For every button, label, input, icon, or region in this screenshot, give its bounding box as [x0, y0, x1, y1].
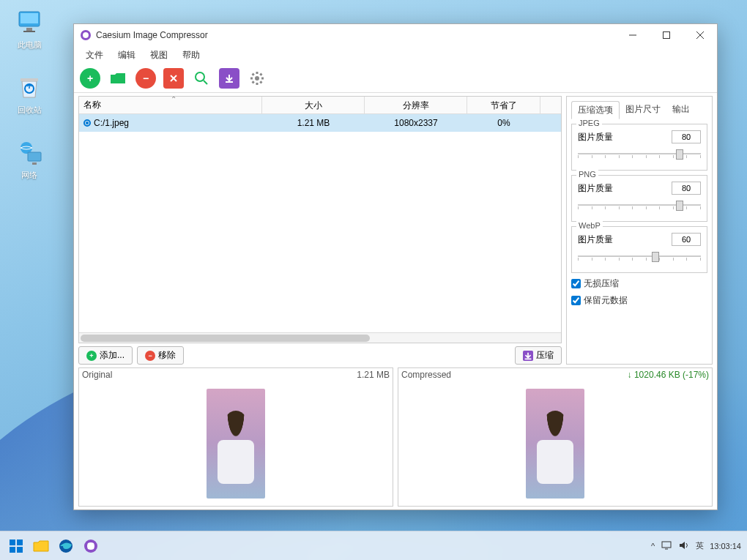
col-name[interactable]: 名称 — [79, 97, 262, 113]
desktop-icon-network[interactable]: 网络 — [7, 138, 51, 181]
compress-toolbar-button[interactable] — [219, 68, 239, 89]
col-size[interactable]: 大小 — [262, 97, 365, 113]
svg-line-29 — [260, 73, 261, 75]
jpeg-quality-label: 图片质量 — [578, 131, 613, 143]
webp-quality-input[interactable] — [672, 233, 701, 246]
start-button[interactable] — [6, 536, 26, 556]
desktop-icon-recycle-bin[interactable]: 回收站 — [7, 72, 51, 116]
plus-icon: + — [86, 351, 97, 361]
titlebar[interactable]: Caesium Image Compressor — [74, 24, 717, 46]
monitor-icon — [15, 7, 44, 37]
cell-resolution: 1080x2337 — [365, 116, 467, 130]
compressed-image[interactable] — [398, 381, 712, 506]
network-tray-icon[interactable] — [661, 540, 672, 552]
minimize-button[interactable] — [616, 24, 650, 46]
metadata-checkbox[interactable]: 保留元数据 — [571, 294, 707, 307]
caesium-taskbar-icon[interactable] — [81, 536, 101, 556]
svg-line-27 — [260, 81, 261, 83]
cell-name: C:/1.jpeg — [94, 118, 129, 128]
compress-icon — [523, 351, 533, 361]
tab-output[interactable]: 输出 — [666, 101, 696, 119]
compress-button[interactable]: 压缩 — [515, 346, 562, 365]
ime-indicator[interactable]: 英 — [696, 540, 704, 551]
jpeg-group: JPEG 图片质量 — [571, 124, 707, 171]
svg-line-18 — [204, 81, 207, 84]
tab-image-size[interactable]: 图片尺寸 — [620, 101, 666, 119]
svg-line-28 — [253, 81, 254, 83]
content-area: 名称 大小 分辨率 节省了 C:/1.jpeg 1.21 MB 1080x233… — [74, 93, 717, 509]
menu-edit[interactable]: 编辑 — [112, 48, 141, 63]
original-size: 1.21 MB — [357, 370, 390, 380]
table-row[interactable]: C:/1.jpeg 1.21 MB 1080x2337 0% — [79, 114, 561, 132]
col-saved[interactable]: 节省了 — [467, 97, 540, 113]
menu-view[interactable]: 视图 — [144, 48, 174, 63]
toolbar: + − — [74, 64, 717, 93]
tray-chevron[interactable]: ^ — [651, 542, 655, 550]
add-folder-button[interactable] — [108, 68, 128, 89]
webp-legend: WebP — [576, 221, 603, 230]
png-quality-label: 图片质量 — [578, 182, 613, 195]
preview-row: Original 1.21 MB Compressed ↓ 1020.46 KB… — [78, 367, 713, 507]
png-quality-input[interactable] — [672, 182, 701, 195]
cell-size: 1.21 MB — [262, 116, 365, 130]
radio-icon — [83, 119, 91, 127]
svg-rect-34 — [10, 547, 15, 553]
lossless-checkbox[interactable]: 无损压缩 — [571, 277, 707, 290]
svg-rect-11 — [664, 32, 670, 39]
svg-rect-7 — [28, 152, 41, 161]
svg-line-26 — [253, 73, 254, 75]
svg-point-21 — [255, 76, 259, 81]
desktop-icon-this-pc[interactable]: 此电脑 — [7, 7, 51, 51]
volume-tray-icon[interactable] — [678, 540, 690, 552]
remove-button-bottom[interactable]: −移除 — [137, 346, 184, 365]
image-thumbnail — [526, 389, 584, 499]
svg-rect-33 — [17, 540, 23, 545]
desktop-icons: 此电脑 回收站 网络 — [7, 7, 51, 181]
png-group: PNG 图片质量 — [571, 175, 707, 222]
clock[interactable]: 13:03:14 — [710, 542, 741, 550]
remove-button[interactable]: − — [135, 68, 156, 89]
network-icon — [15, 138, 44, 167]
add-file-button[interactable]: + — [80, 68, 100, 89]
close-button[interactable] — [683, 24, 717, 46]
col-resolution[interactable]: 分辨率 — [365, 97, 467, 113]
jpeg-slider[interactable] — [578, 148, 701, 160]
svg-rect-35 — [17, 547, 23, 553]
explorer-icon[interactable] — [31, 536, 51, 556]
original-image[interactable] — [79, 381, 393, 506]
desktop-icon-label: 回收站 — [18, 105, 42, 116]
desktop-icon-label: 网络 — [21, 170, 37, 181]
preview-button[interactable] — [191, 68, 212, 89]
original-preview: Original 1.21 MB — [78, 367, 393, 507]
svg-point-17 — [196, 72, 204, 81]
edge-icon[interactable] — [56, 536, 76, 556]
app-window: Caesium Image Compressor 文件 编辑 视图 帮助 + − — [73, 23, 718, 510]
side-panel: 压缩选项 图片尺寸 输出 JPEG 图片质量 PNG 图片质量 WebP 图片质… — [566, 96, 713, 365]
jpeg-legend: JPEG — [576, 119, 602, 127]
cell-saved: 0% — [467, 116, 540, 130]
tab-compress-options[interactable]: 压缩选项 — [571, 101, 620, 119]
svg-rect-32 — [10, 540, 15, 545]
svg-rect-2 — [26, 28, 32, 31]
webp-slider[interactable] — [578, 250, 701, 262]
recycle-bin-icon — [15, 72, 44, 102]
maximize-button[interactable] — [650, 24, 683, 46]
image-thumbnail — [207, 389, 265, 499]
png-legend: PNG — [576, 170, 598, 179]
menubar: 文件 编辑 视图 帮助 — [74, 46, 717, 64]
settings-button[interactable] — [247, 68, 267, 89]
menu-help[interactable]: 帮助 — [176, 48, 206, 63]
png-slider[interactable] — [578, 199, 701, 211]
file-table: 名称 大小 分辨率 节省了 C:/1.jpeg 1.21 MB 1080x233… — [78, 96, 562, 343]
horizontal-scrollbar[interactable] — [79, 332, 561, 343]
webp-group: WebP 图片质量 — [571, 226, 707, 273]
menu-file[interactable]: 文件 — [80, 48, 109, 63]
jpeg-quality-input[interactable] — [672, 130, 701, 143]
app-icon — [80, 29, 92, 41]
compressed-preview: Compressed ↓ 1020.46 KB (-17%) — [398, 367, 713, 507]
svg-rect-3 — [23, 31, 35, 32]
desktop-icon-label: 此电脑 — [18, 40, 42, 51]
clear-button[interactable] — [163, 68, 184, 89]
add-button[interactable]: +添加... — [78, 346, 133, 365]
compressed-size: ↓ 1020.46 KB (-17%) — [628, 370, 709, 380]
